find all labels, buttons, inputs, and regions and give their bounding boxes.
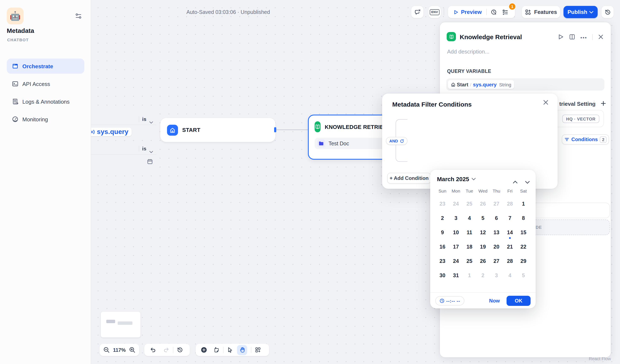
calendar-day[interactable]: 2 [476,268,490,283]
calendar-day[interactable]: 24 [449,197,463,211]
calendar-day[interactable]: 8 [517,211,530,225]
close-modal-icon[interactable] [542,99,549,106]
workflow-history-icon[interactable] [177,347,183,353]
organize-nodes-icon[interactable] [255,347,261,353]
calendar-day[interactable]: 11 [463,225,476,240]
metadata-conditions-button[interactable]: Conditions 2 [562,134,609,145]
calendar-day[interactable]: 28 [503,197,517,211]
zoom-in-icon[interactable] [129,347,135,353]
add-node-icon[interactable] [201,347,207,353]
calendar-day[interactable]: 5 [476,211,490,225]
zoom-level[interactable]: 117% [113,347,126,353]
calendar-day[interactable]: 24 [449,254,463,268]
sidebar-item-orchestrate[interactable]: Orchestrate [7,58,84,74]
calendar-day[interactable]: 18 [463,240,476,254]
calendar-day[interactable]: 26 [476,197,490,211]
add-note-icon[interactable] [213,347,220,353]
calendar-day[interactable]: 14 [503,225,517,240]
knowledge-retrieval-icon [447,32,456,41]
panel-input-box[interactable] [529,203,610,218]
prev-month-icon[interactable] [513,178,517,181]
version-history-button[interactable] [602,6,614,18]
comparator-select[interactable]: is [142,116,146,122]
calendar-icon[interactable] [147,158,153,164]
sidebar-item-label: Orchestrate [22,63,53,69]
knowledge-retrieval-node[interactable]: KNOWLEDGE RETRIEVAL Test Doc [308,115,392,160]
calendar-day[interactable]: 19 [476,240,490,254]
calendar-day[interactable]: 7 [503,211,517,225]
calendar-day[interactable]: 1 [463,268,476,283]
calendar-day[interactable]: 25 [463,254,476,268]
panel-dashed-box[interactable]: DE [529,219,610,235]
start-node-ref: Start [451,82,468,87]
calendar-day[interactable]: 28 [503,254,517,268]
calendar-day[interactable]: 20 [490,240,503,254]
features-button[interactable]: Features [522,6,560,18]
annotation-button[interactable] [411,6,423,18]
query-variable-field[interactable]: Start / sys.query String [446,78,604,91]
calendar-day[interactable]: 31 [449,268,463,283]
chat-edit-icon [414,9,421,15]
calendar-day[interactable]: 3 [449,211,463,225]
preview-button[interactable]: Preview [448,9,482,15]
minimap[interactable] [101,312,140,337]
calendar-day[interactable]: 21 [503,240,517,254]
weekday-label: Sat [517,188,530,193]
calendar-day[interactable]: 25 [463,197,476,211]
calendar-day[interactable]: 15 [517,225,530,240]
calendar-day[interactable]: 30 [436,268,449,283]
app-settings-icon[interactable] [75,12,82,20]
chevron-down-icon [589,11,594,13]
next-month-icon[interactable] [525,178,530,181]
calendar-day[interactable]: 2 [436,211,449,225]
checklist-icon[interactable] [502,9,509,15]
env-variables-button[interactable]: ENV [429,6,441,18]
calendar-day[interactable]: 23 [436,197,449,211]
calendar-day[interactable]: 22 [517,240,530,254]
calendar-day[interactable]: 27 [490,197,503,211]
pointer-mode-icon[interactable] [227,347,233,353]
calendar-day[interactable]: 29 [517,254,530,268]
description-placeholder[interactable]: Add description... [447,48,489,55]
hand-mode-icon[interactable] [237,345,247,355]
close-panel-icon[interactable] [598,34,604,40]
sidebar-item-monitoring[interactable]: Monitoring [7,112,84,127]
calendar-day[interactable]: 6 [490,211,503,225]
calendar-day[interactable]: 10 [449,225,463,240]
calendar-day[interactable]: 3 [490,268,503,283]
redo-icon[interactable] [163,347,170,353]
calendar-day[interactable]: 26 [476,254,490,268]
calendar-day[interactable]: 1 [517,197,530,211]
undo-icon[interactable] [150,347,156,353]
comparator-select[interactable]: is [142,146,146,151]
dataset-item[interactable]: Test Doc [315,138,386,149]
sidebar-item-logs-annotations[interactable]: Logs & Annotations [7,94,84,109]
calendar-day[interactable]: 4 [463,211,476,225]
month-select[interactable]: March 2025 [437,176,476,182]
start-node[interactable]: START [160,118,275,142]
calendar-day[interactable]: 9 [436,225,449,240]
add-knowledge-icon[interactable] [600,100,606,107]
calendar-day[interactable]: 5 [517,268,530,283]
logical-operator-toggle[interactable]: AND [386,137,407,145]
zoom-out-icon[interactable] [103,347,110,353]
time-input[interactable]: --:-- -- [435,296,464,305]
more-options-icon[interactable]: ⋯ [580,34,587,40]
edge-source-handle[interactable] [274,127,276,132]
ok-button[interactable]: OK [507,295,531,306]
add-condition-button[interactable]: + Add Condition [387,173,431,184]
now-button[interactable]: Now [489,298,500,304]
calendar-day[interactable]: 23 [436,254,449,268]
sidebar-item-api-access[interactable]: API Access [7,76,84,91]
divider [139,146,139,151]
calendar-day[interactable]: 12 [476,225,490,240]
calendar-day[interactable]: 17 [449,240,463,254]
calendar-day[interactable]: 16 [436,240,449,254]
calendar-day[interactable]: 13 [490,225,503,240]
run-history-icon[interactable] [491,9,497,15]
publish-button[interactable]: Publish [563,6,598,18]
layout-columns-icon[interactable] [569,34,575,40]
calendar-day[interactable]: 27 [490,254,503,268]
calendar-day[interactable]: 4 [503,268,517,283]
run-node-icon[interactable] [557,34,564,40]
